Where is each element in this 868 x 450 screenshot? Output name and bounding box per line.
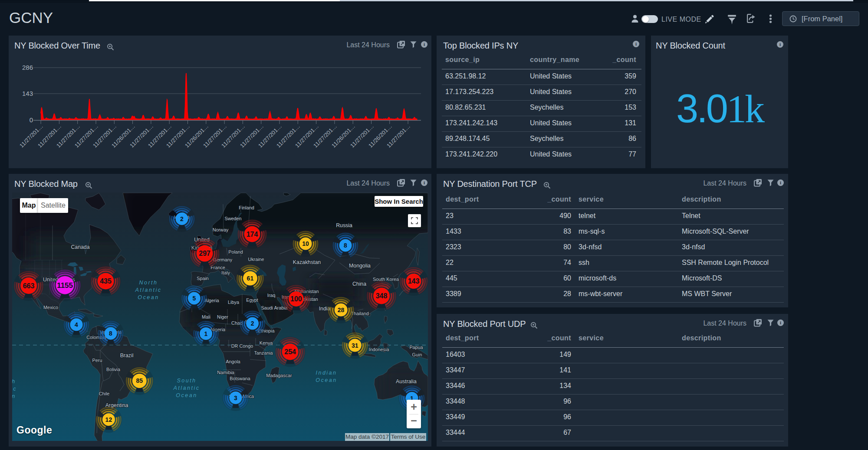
svg-text:Angola: Angola xyxy=(226,359,240,364)
svg-text:Mali: Mali xyxy=(202,314,210,320)
svg-text:Atlantic: Atlantic xyxy=(173,385,200,391)
svg-text:Ukraine: Ukraine xyxy=(248,257,264,262)
svg-text:Madagascar: Madagascar xyxy=(266,373,292,378)
svg-text:61: 61 xyxy=(247,275,254,282)
svg-text:12: 12 xyxy=(105,416,112,423)
svg-text:Canada: Canada xyxy=(71,244,89,250)
svg-text:Mexico: Mexico xyxy=(43,305,58,310)
svg-text:Poland: Poland xyxy=(228,249,243,254)
svg-text:85: 85 xyxy=(136,377,143,384)
svg-text:Brazil: Brazil xyxy=(120,352,134,359)
svg-text:Russia: Russia xyxy=(336,222,352,228)
svg-text:i: i xyxy=(424,180,425,185)
svg-text:Mongolia: Mongolia xyxy=(349,263,371,269)
svg-text:i: i xyxy=(780,320,781,325)
svg-text:2: 2 xyxy=(180,215,184,222)
svg-text:3: 3 xyxy=(234,395,237,401)
svg-text:Ocean: Ocean xyxy=(138,294,159,300)
svg-text:Kazakhstan: Kazakhstan xyxy=(293,259,321,265)
svg-text:435: 435 xyxy=(100,277,112,285)
svg-text:Atlantic: Atlantic xyxy=(135,287,162,293)
svg-text:100: 100 xyxy=(290,295,302,303)
svg-text:10: 10 xyxy=(302,240,309,247)
svg-text:Niger: Niger xyxy=(217,314,228,320)
svg-text:Botswana: Botswana xyxy=(230,376,250,381)
svg-text:Chile: Chile xyxy=(99,391,110,396)
svg-text:1: 1 xyxy=(204,330,208,337)
svg-text:1155: 1155 xyxy=(57,281,73,290)
svg-text:348: 348 xyxy=(376,292,388,300)
svg-text:Peru: Peru xyxy=(92,358,102,363)
svg-text:Finland: Finland xyxy=(239,205,254,210)
svg-text:i: i xyxy=(779,42,781,47)
svg-text:286: 286 xyxy=(22,64,33,71)
svg-text:Ocean: Ocean xyxy=(316,377,337,383)
svg-text:Papua: Papua xyxy=(409,345,423,350)
svg-text:663: 663 xyxy=(23,282,35,290)
svg-text:2: 2 xyxy=(251,320,254,327)
svg-text:i: i xyxy=(635,41,637,46)
svg-text:South: South xyxy=(177,378,196,384)
svg-text:31: 31 xyxy=(352,342,358,349)
svg-text:h: h xyxy=(12,378,16,385)
svg-text:0: 0 xyxy=(30,116,33,124)
svg-text:Italy: Italy xyxy=(221,270,230,275)
svg-text:Norway: Norway xyxy=(213,227,229,232)
svg-text:South Korea: South Korea xyxy=(373,277,399,282)
svg-text:Indian: Indian xyxy=(316,370,337,376)
svg-text:Australia: Australia xyxy=(396,378,417,385)
svg-text:254: 254 xyxy=(284,348,296,355)
svg-text:Spain: Spain xyxy=(197,276,209,281)
svg-text:Sweden: Sweden xyxy=(224,216,241,221)
svg-text:n: n xyxy=(12,393,16,399)
svg-text:Libya: Libya xyxy=(228,300,239,305)
svg-text:28: 28 xyxy=(338,307,345,313)
svg-text:Bolivia: Bolivia xyxy=(106,367,120,372)
svg-text:143: 143 xyxy=(408,277,420,285)
svg-text:Ocean: Ocean xyxy=(176,392,197,398)
svg-text:Egypt: Egypt xyxy=(246,297,258,303)
svg-text:i: i xyxy=(780,180,781,185)
svg-text:North: North xyxy=(139,280,158,286)
svg-text:5: 5 xyxy=(193,295,196,302)
svg-text:8: 8 xyxy=(109,330,112,337)
svg-text:8: 8 xyxy=(344,242,347,249)
svg-text:Indonesia: Indonesia xyxy=(369,347,389,352)
svg-text:Iraq: Iraq xyxy=(267,293,276,298)
svg-text:Guin: Guin xyxy=(412,352,422,357)
svg-text:Namibia: Namibia xyxy=(217,370,234,375)
svg-text:China: China xyxy=(352,281,366,287)
svg-text:DR Congo: DR Congo xyxy=(231,343,253,349)
svg-text:297: 297 xyxy=(199,250,210,257)
svg-text:174: 174 xyxy=(247,231,258,238)
svg-text:ic: ic xyxy=(12,386,17,392)
svg-text:143: 143 xyxy=(22,90,33,97)
svg-text:Tanzania: Tanzania xyxy=(254,350,273,355)
svg-text:4: 4 xyxy=(75,321,78,328)
svg-text:Kenya: Kenya xyxy=(260,340,273,346)
